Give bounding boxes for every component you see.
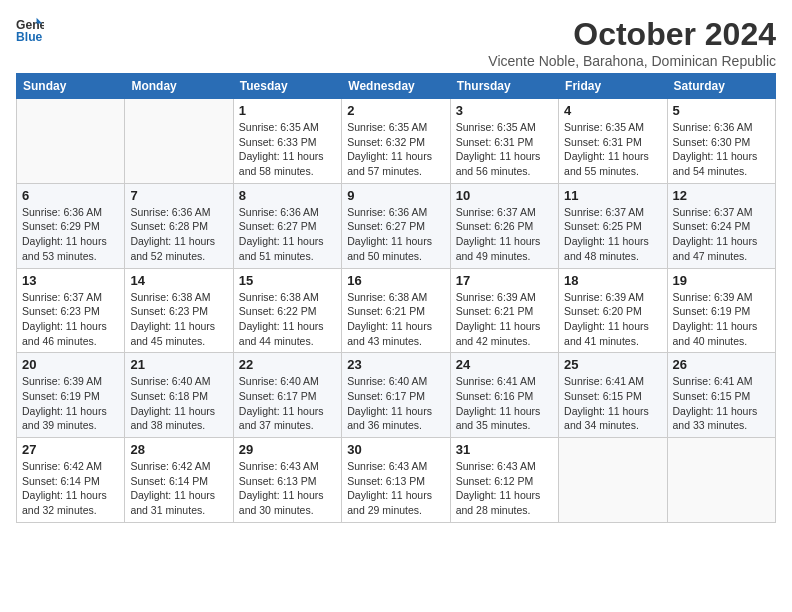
day-number: 26: [673, 357, 770, 372]
day-info: Sunrise: 6:40 AM Sunset: 6:17 PM Dayligh…: [347, 374, 444, 433]
calendar-day-cell: 21Sunrise: 6:40 AM Sunset: 6:18 PM Dayli…: [125, 353, 233, 438]
calendar-day-cell: 26Sunrise: 6:41 AM Sunset: 6:15 PM Dayli…: [667, 353, 775, 438]
calendar-day-cell: 7Sunrise: 6:36 AM Sunset: 6:28 PM Daylig…: [125, 183, 233, 268]
day-number: 20: [22, 357, 119, 372]
day-number: 6: [22, 188, 119, 203]
day-number: 29: [239, 442, 336, 457]
calendar-day-cell: [17, 99, 125, 184]
day-info: Sunrise: 6:37 AM Sunset: 6:26 PM Dayligh…: [456, 205, 553, 264]
calendar-day-cell: 15Sunrise: 6:38 AM Sunset: 6:22 PM Dayli…: [233, 268, 341, 353]
logo-icon: General Blue: [16, 16, 44, 44]
day-info: Sunrise: 6:43 AM Sunset: 6:13 PM Dayligh…: [239, 459, 336, 518]
calendar-day-cell: 22Sunrise: 6:40 AM Sunset: 6:17 PM Dayli…: [233, 353, 341, 438]
calendar-header-row: SundayMondayTuesdayWednesdayThursdayFrid…: [17, 74, 776, 99]
day-info: Sunrise: 6:40 AM Sunset: 6:18 PM Dayligh…: [130, 374, 227, 433]
calendar-day-cell: 10Sunrise: 6:37 AM Sunset: 6:26 PM Dayli…: [450, 183, 558, 268]
page-header: General Blue October 2024 Vicente Noble,…: [16, 16, 776, 69]
day-info: Sunrise: 6:36 AM Sunset: 6:29 PM Dayligh…: [22, 205, 119, 264]
calendar-day-cell: 17Sunrise: 6:39 AM Sunset: 6:21 PM Dayli…: [450, 268, 558, 353]
day-number: 5: [673, 103, 770, 118]
day-number: 19: [673, 273, 770, 288]
day-number: 10: [456, 188, 553, 203]
calendar-day-cell: 25Sunrise: 6:41 AM Sunset: 6:15 PM Dayli…: [559, 353, 667, 438]
calendar-day-cell: 2Sunrise: 6:35 AM Sunset: 6:32 PM Daylig…: [342, 99, 450, 184]
calendar-day-cell: 28Sunrise: 6:42 AM Sunset: 6:14 PM Dayli…: [125, 438, 233, 523]
day-number: 13: [22, 273, 119, 288]
day-number: 1: [239, 103, 336, 118]
calendar-day-cell: 20Sunrise: 6:39 AM Sunset: 6:19 PM Dayli…: [17, 353, 125, 438]
calendar-day-cell: 16Sunrise: 6:38 AM Sunset: 6:21 PM Dayli…: [342, 268, 450, 353]
day-info: Sunrise: 6:41 AM Sunset: 6:15 PM Dayligh…: [564, 374, 661, 433]
calendar-week-row: 13Sunrise: 6:37 AM Sunset: 6:23 PM Dayli…: [17, 268, 776, 353]
day-number: 24: [456, 357, 553, 372]
day-of-week-header: Sunday: [17, 74, 125, 99]
day-info: Sunrise: 6:35 AM Sunset: 6:31 PM Dayligh…: [564, 120, 661, 179]
day-number: 30: [347, 442, 444, 457]
day-info: Sunrise: 6:35 AM Sunset: 6:33 PM Dayligh…: [239, 120, 336, 179]
day-info: Sunrise: 6:35 AM Sunset: 6:32 PM Dayligh…: [347, 120, 444, 179]
calendar-day-cell: 1Sunrise: 6:35 AM Sunset: 6:33 PM Daylig…: [233, 99, 341, 184]
day-number: 7: [130, 188, 227, 203]
calendar-day-cell: 13Sunrise: 6:37 AM Sunset: 6:23 PM Dayli…: [17, 268, 125, 353]
day-info: Sunrise: 6:41 AM Sunset: 6:16 PM Dayligh…: [456, 374, 553, 433]
day-info: Sunrise: 6:42 AM Sunset: 6:14 PM Dayligh…: [130, 459, 227, 518]
day-number: 27: [22, 442, 119, 457]
day-info: Sunrise: 6:37 AM Sunset: 6:23 PM Dayligh…: [22, 290, 119, 349]
day-number: 25: [564, 357, 661, 372]
calendar-day-cell: [125, 99, 233, 184]
calendar-day-cell: 3Sunrise: 6:35 AM Sunset: 6:31 PM Daylig…: [450, 99, 558, 184]
calendar-week-row: 6Sunrise: 6:36 AM Sunset: 6:29 PM Daylig…: [17, 183, 776, 268]
day-number: 28: [130, 442, 227, 457]
day-info: Sunrise: 6:36 AM Sunset: 6:28 PM Dayligh…: [130, 205, 227, 264]
day-info: Sunrise: 6:43 AM Sunset: 6:13 PM Dayligh…: [347, 459, 444, 518]
day-number: 15: [239, 273, 336, 288]
calendar-day-cell: [667, 438, 775, 523]
day-info: Sunrise: 6:36 AM Sunset: 6:30 PM Dayligh…: [673, 120, 770, 179]
day-number: 16: [347, 273, 444, 288]
day-info: Sunrise: 6:37 AM Sunset: 6:25 PM Dayligh…: [564, 205, 661, 264]
calendar-day-cell: 11Sunrise: 6:37 AM Sunset: 6:25 PM Dayli…: [559, 183, 667, 268]
calendar-week-row: 1Sunrise: 6:35 AM Sunset: 6:33 PM Daylig…: [17, 99, 776, 184]
day-info: Sunrise: 6:38 AM Sunset: 6:21 PM Dayligh…: [347, 290, 444, 349]
logo: General Blue: [16, 16, 44, 44]
day-number: 17: [456, 273, 553, 288]
day-number: 12: [673, 188, 770, 203]
day-number: 4: [564, 103, 661, 118]
day-info: Sunrise: 6:39 AM Sunset: 6:19 PM Dayligh…: [673, 290, 770, 349]
calendar-day-cell: 9Sunrise: 6:36 AM Sunset: 6:27 PM Daylig…: [342, 183, 450, 268]
calendar-day-cell: 29Sunrise: 6:43 AM Sunset: 6:13 PM Dayli…: [233, 438, 341, 523]
day-info: Sunrise: 6:39 AM Sunset: 6:21 PM Dayligh…: [456, 290, 553, 349]
day-info: Sunrise: 6:36 AM Sunset: 6:27 PM Dayligh…: [239, 205, 336, 264]
day-number: 9: [347, 188, 444, 203]
day-number: 22: [239, 357, 336, 372]
day-info: Sunrise: 6:38 AM Sunset: 6:23 PM Dayligh…: [130, 290, 227, 349]
day-number: 8: [239, 188, 336, 203]
day-number: 2: [347, 103, 444, 118]
day-info: Sunrise: 6:39 AM Sunset: 6:20 PM Dayligh…: [564, 290, 661, 349]
month-title: October 2024: [488, 16, 776, 53]
calendar-day-cell: 31Sunrise: 6:43 AM Sunset: 6:12 PM Dayli…: [450, 438, 558, 523]
day-info: Sunrise: 6:37 AM Sunset: 6:24 PM Dayligh…: [673, 205, 770, 264]
day-number: 14: [130, 273, 227, 288]
day-of-week-header: Saturday: [667, 74, 775, 99]
calendar-table: SundayMondayTuesdayWednesdayThursdayFrid…: [16, 73, 776, 523]
calendar-day-cell: 6Sunrise: 6:36 AM Sunset: 6:29 PM Daylig…: [17, 183, 125, 268]
day-number: 23: [347, 357, 444, 372]
day-number: 11: [564, 188, 661, 203]
day-number: 21: [130, 357, 227, 372]
day-number: 18: [564, 273, 661, 288]
calendar-day-cell: 19Sunrise: 6:39 AM Sunset: 6:19 PM Dayli…: [667, 268, 775, 353]
day-number: 31: [456, 442, 553, 457]
calendar-day-cell: 12Sunrise: 6:37 AM Sunset: 6:24 PM Dayli…: [667, 183, 775, 268]
calendar-day-cell: 5Sunrise: 6:36 AM Sunset: 6:30 PM Daylig…: [667, 99, 775, 184]
title-section: October 2024 Vicente Noble, Barahona, Do…: [488, 16, 776, 69]
day-info: Sunrise: 6:38 AM Sunset: 6:22 PM Dayligh…: [239, 290, 336, 349]
location-subtitle: Vicente Noble, Barahona, Dominican Repub…: [488, 53, 776, 69]
svg-text:Blue: Blue: [16, 30, 43, 44]
day-info: Sunrise: 6:42 AM Sunset: 6:14 PM Dayligh…: [22, 459, 119, 518]
calendar-day-cell: 14Sunrise: 6:38 AM Sunset: 6:23 PM Dayli…: [125, 268, 233, 353]
calendar-day-cell: 8Sunrise: 6:36 AM Sunset: 6:27 PM Daylig…: [233, 183, 341, 268]
calendar-week-row: 20Sunrise: 6:39 AM Sunset: 6:19 PM Dayli…: [17, 353, 776, 438]
calendar-day-cell: [559, 438, 667, 523]
day-of-week-header: Thursday: [450, 74, 558, 99]
